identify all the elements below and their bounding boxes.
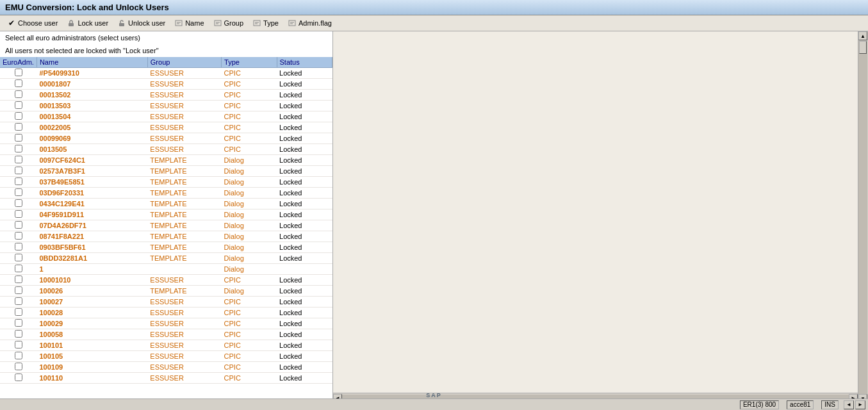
- euroadm-checkbox[interactable]: [15, 330, 22, 338]
- name-cell: 100026: [37, 286, 147, 297]
- group-button[interactable]: Group: [210, 17, 247, 29]
- euroadm-checkbox[interactable]: [15, 275, 22, 283]
- unlock-user-button[interactable]: Unlock user: [114, 17, 168, 29]
- euroadm-checkbox[interactable]: [15, 373, 22, 381]
- vertical-scrollbar[interactable]: ▲ ▼: [858, 31, 868, 403]
- type-cell: CPIC: [222, 308, 277, 318]
- euroadm-checkbox[interactable]: [15, 243, 22, 250]
- euroadm-checkbox[interactable]: [15, 232, 22, 240]
- group-cell: ESSUSER: [147, 90, 221, 101]
- euroadm-checkbox[interactable]: [15, 308, 22, 316]
- group-cell: ESSUSER: [147, 133, 221, 144]
- group-icon: [213, 19, 222, 28]
- euroadm-cell: [0, 340, 37, 351]
- euroadm-checkbox[interactable]: [15, 167, 22, 174]
- status-cell: Locked: [277, 199, 332, 209]
- euroadm-cell: [0, 90, 37, 101]
- toolbar: ✔ Choose user Lock user Unlock user Name…: [0, 15, 868, 31]
- status-cell: Locked: [277, 308, 332, 318]
- lock-icon: [67, 19, 76, 28]
- name-cell: 0903BF5BF61: [37, 242, 147, 253]
- euroadm-checkbox[interactable]: [15, 188, 22, 196]
- euroadm-checkbox[interactable]: [15, 134, 22, 142]
- session-label: ER1(3) 800: [743, 401, 776, 408]
- nav-next-button[interactable]: ►: [855, 400, 865, 409]
- type-cell: CPIC: [222, 340, 277, 351]
- euroadm-cell: [0, 133, 37, 144]
- name-button[interactable]: Name: [171, 17, 207, 29]
- table-row: 0434C129E41TEMPLATEDialogLocked: [0, 199, 332, 209]
- euroadm-checkbox[interactable]: [15, 286, 22, 294]
- type-cell: CPIC: [222, 79, 277, 90]
- name-cell: 00022005: [37, 122, 147, 133]
- group-cell: ESSUSER: [147, 275, 221, 286]
- user-info: acce81: [787, 400, 814, 409]
- col-header-euroadm: EuroAdm.: [0, 57, 37, 68]
- type-label: Type: [263, 19, 279, 27]
- info-line-1: Select all euro administrators (select u…: [0, 31, 332, 44]
- euroadm-checkbox[interactable]: [15, 210, 22, 218]
- euroadm-cell: [0, 199, 37, 209]
- table-row: 00013503ESSUSERCPICLocked: [0, 101, 332, 111]
- type-cell: CPIC: [222, 144, 277, 155]
- euroadm-checkbox[interactable]: [15, 221, 22, 229]
- euroadm-checkbox[interactable]: [15, 90, 22, 98]
- euroadm-checkbox[interactable]: [15, 319, 22, 327]
- table-row: 0013505ESSUSERCPICLocked: [0, 144, 332, 155]
- group-cell: ESSUSER: [147, 318, 221, 329]
- name-cell: 0434C129E41: [37, 199, 147, 209]
- euroadm-checkbox[interactable]: [15, 177, 22, 185]
- euroadm-checkbox[interactable]: [15, 297, 22, 305]
- group-cell: ESSUSER: [147, 79, 221, 90]
- name-cell: 00013502: [37, 90, 147, 101]
- status-cell: Locked: [277, 188, 332, 199]
- euroadm-checkbox[interactable]: [15, 69, 22, 76]
- euroadm-checkbox[interactable]: [15, 363, 22, 370]
- name-cell: 07D4A26DF71: [37, 220, 147, 231]
- euroadm-checkbox[interactable]: [15, 145, 22, 152]
- type-cell: CPIC: [222, 275, 277, 286]
- status-cell: Locked: [277, 242, 332, 253]
- name-cell: 00013504: [37, 111, 147, 122]
- admin-flag-button[interactable]: Admin.flag: [284, 17, 335, 29]
- name-cell: 0097CF624C1: [37, 155, 147, 166]
- euroadm-checkbox[interactable]: [15, 352, 22, 359]
- scroll-thumb[interactable]: [859, 41, 867, 54]
- status-cell: [277, 264, 332, 275]
- euroadm-checkbox[interactable]: [15, 199, 22, 207]
- group-cell: ESSUSER: [147, 308, 221, 318]
- name-cell: 1: [37, 264, 147, 275]
- euroadm-cell: [0, 362, 37, 373]
- euroadm-cell: [0, 329, 37, 340]
- table-row: 100029ESSUSERCPICLocked: [0, 318, 332, 329]
- nav-prev-button[interactable]: ◄: [844, 400, 854, 409]
- euroadm-checkbox[interactable]: [15, 254, 22, 261]
- type-cell: Dialog: [222, 264, 277, 275]
- admin-flag-icon: [288, 19, 297, 28]
- group-cell: ESSUSER: [147, 351, 221, 362]
- euroadm-checkbox[interactable]: [15, 79, 22, 87]
- choose-user-button[interactable]: ✔ Choose user: [4, 17, 61, 29]
- right-panel: ▲ ▼ ◄ ►: [333, 31, 868, 403]
- euroadm-checkbox[interactable]: [15, 341, 22, 348]
- table-row: 0BDD32281A1TEMPLATEDialogLocked: [0, 253, 332, 264]
- group-cell: TEMPLATE: [147, 166, 221, 177]
- group-cell: TEMPLATE: [147, 220, 221, 231]
- type-button[interactable]: Type: [249, 17, 282, 29]
- status-cell: Locked: [277, 101, 332, 111]
- euroadm-checkbox[interactable]: [15, 156, 22, 163]
- type-cell: CPIC: [222, 297, 277, 308]
- table-row: 08741F8A221TEMPLATEDialogLocked: [0, 231, 332, 242]
- euroadm-checkbox[interactable]: [15, 101, 22, 109]
- lock-user-button[interactable]: Lock user: [63, 17, 111, 29]
- euroadm-checkbox[interactable]: [15, 123, 22, 131]
- status-cell: Locked: [277, 68, 332, 79]
- status-cell: Locked: [277, 253, 332, 264]
- scroll-up-button[interactable]: ▲: [858, 31, 867, 40]
- euroadm-checkbox[interactable]: [15, 112, 22, 120]
- table-row: 100105ESSUSERCPICLocked: [0, 351, 332, 362]
- col-header-status: Status: [277, 57, 332, 68]
- euroadm-checkbox[interactable]: [15, 265, 22, 272]
- group-cell: TEMPLATE: [147, 177, 221, 188]
- nav-buttons: ◄ ►: [844, 400, 865, 409]
